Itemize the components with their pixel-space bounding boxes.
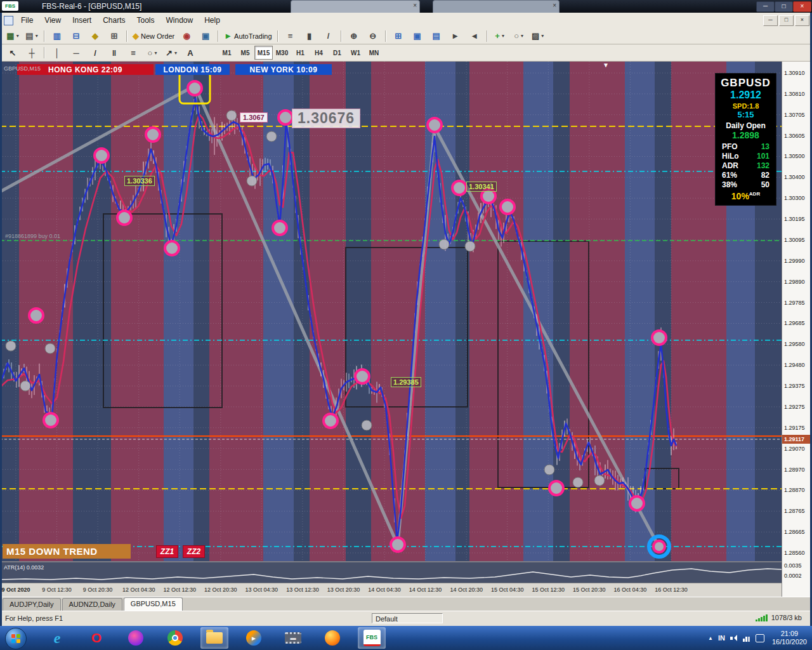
close-button[interactable]: × bbox=[793, 1, 811, 12]
cursor-button[interactable]: ↖ bbox=[3, 46, 22, 60]
new-chart-icon: ▦ bbox=[6, 32, 14, 40]
cascade-windows-button[interactable]: ▣ bbox=[408, 29, 427, 43]
child-close-button[interactable]: × bbox=[795, 15, 809, 26]
toolbar-line-studies: ↖┼│─/‖≡○▾↗▾A M1M5M15M30H1H4D1W1MN bbox=[0, 44, 812, 62]
taskbar-app-media-player[interactable]: ► bbox=[240, 627, 268, 649]
timeframe-m5[interactable]: M5 bbox=[236, 46, 254, 60]
taskbar-app-file-explorer[interactable]: ▦ bbox=[200, 627, 228, 649]
windows-flag-icon bbox=[11, 634, 20, 643]
price-axis-label: 1.29990 bbox=[784, 258, 805, 264]
taskbar-app-chrome[interactable]: ◉ bbox=[161, 627, 189, 649]
chart-candles-button[interactable]: ▮ bbox=[300, 29, 319, 43]
dropdown-caret-icon: ▾ bbox=[36, 33, 38, 39]
crosshair-button[interactable]: ┼ bbox=[22, 46, 41, 60]
maximize-button[interactable]: □ bbox=[775, 1, 793, 12]
market-watch-button[interactable]: ▥ bbox=[48, 29, 67, 43]
data-window-button[interactable]: ⊟ bbox=[67, 29, 86, 43]
chart-shift-button[interactable]: ◄ bbox=[465, 29, 484, 43]
zoom-in-button[interactable]: ⊕ bbox=[344, 29, 363, 43]
arrows-button[interactable]: ↗▾ bbox=[162, 46, 181, 60]
alerts-button[interactable]: ◉ bbox=[177, 29, 196, 43]
timeframe-w1[interactable]: W1 bbox=[346, 46, 365, 60]
menu-charts[interactable]: Charts bbox=[97, 13, 131, 28]
arrange-windows-button[interactable]: ▤ bbox=[427, 29, 446, 43]
tile-windows-icon: ⊞ bbox=[395, 32, 402, 40]
autotrading-button[interactable]: ►AutoTrading bbox=[221, 29, 274, 43]
tile-windows-button[interactable]: ⊞ bbox=[389, 29, 408, 43]
taskbar-app-internet-explorer[interactable]: e bbox=[43, 627, 71, 649]
zigzag1-button[interactable]: ZZ1 bbox=[156, 545, 178, 558]
timeframe-h4[interactable]: H4 bbox=[310, 46, 328, 60]
timeframe-d1[interactable]: D1 bbox=[328, 46, 346, 60]
timeframe-h1[interactable]: H1 bbox=[291, 46, 310, 60]
menu-view[interactable]: View bbox=[39, 13, 67, 28]
background-browser-tab[interactable]: × bbox=[433, 0, 560, 13]
periods-button[interactable]: ○▾ bbox=[509, 29, 528, 43]
channel-button[interactable]: ‖ bbox=[105, 46, 124, 60]
terminal-button[interactable]: ⊞ bbox=[105, 29, 124, 43]
swing-marker bbox=[501, 200, 514, 214]
menu-help[interactable]: Help bbox=[199, 13, 226, 28]
title-bar: FBS FBS-Real-6 - [GBPUSD,M15] × × ─ □ × bbox=[0, 0, 812, 13]
child-minimize-button[interactable]: ─ bbox=[763, 15, 778, 26]
price-axis-label: 1.30810 bbox=[784, 91, 805, 97]
profile-selector[interactable]: Default bbox=[372, 613, 443, 623]
menu-window[interactable]: Window bbox=[160, 13, 199, 28]
menu-insert[interactable]: Insert bbox=[67, 13, 97, 28]
chart-line-button[interactable]: / bbox=[319, 29, 338, 43]
autotrading-icon: ► bbox=[224, 32, 232, 40]
taskbar-app-opera[interactable]: O bbox=[82, 627, 110, 649]
templates-icon: ▨ bbox=[532, 32, 539, 40]
chart-area[interactable]: HONG KONG 22:09 LONDON 15:09 NEW YORK 10… bbox=[0, 62, 812, 597]
new-order-button[interactable]: ◆New Order bbox=[130, 29, 177, 43]
show-hidden-icons[interactable]: ▲ bbox=[708, 635, 713, 641]
horizontal-line-button[interactable]: ─ bbox=[67, 46, 86, 60]
connection-status: 1078/3 kb bbox=[756, 614, 802, 621]
navigator-button[interactable]: ◆ bbox=[86, 29, 105, 43]
fibonacci-button[interactable]: ≡ bbox=[124, 46, 143, 60]
menu-file[interactable]: File bbox=[15, 13, 39, 28]
shapes-button[interactable]: ○▾ bbox=[143, 46, 162, 60]
start-button[interactable] bbox=[5, 628, 27, 649]
firefox-icon: ◉ bbox=[325, 630, 340, 646]
new-chart-button[interactable]: ▦▾ bbox=[3, 29, 22, 43]
network-icon[interactable] bbox=[743, 635, 750, 642]
zigzag2-button[interactable]: ZZ2 bbox=[183, 545, 205, 558]
vertical-line-button[interactable]: │ bbox=[48, 46, 67, 60]
chart-tab-audjpy-daily[interactable]: AUDJPY,Daily bbox=[3, 598, 61, 611]
language-indicator[interactable]: IN bbox=[718, 634, 725, 642]
background-browser-tab[interactable]: × bbox=[291, 0, 420, 13]
data-window-icon: ⊟ bbox=[73, 32, 80, 40]
child-restore-button[interactable]: □ bbox=[779, 15, 794, 26]
taskbar-app-browser-swirl[interactable]: ◉ bbox=[122, 627, 150, 649]
dropdown-caret-icon: ▾ bbox=[502, 33, 504, 39]
timeframe-mn[interactable]: MN bbox=[365, 46, 383, 60]
tab-close-icon[interactable]: × bbox=[553, 2, 556, 9]
price-chart-canvas bbox=[0, 62, 782, 561]
timeframe-m15[interactable]: M15 bbox=[254, 46, 273, 60]
volume-icon[interactable] bbox=[730, 635, 738, 642]
chart-tab-gbpusd-m15[interactable]: GBPUSD,M15 bbox=[124, 597, 183, 611]
clock[interactable]: 21:09 16/10/2020 bbox=[772, 630, 807, 646]
trendline-button[interactable]: / bbox=[86, 46, 105, 60]
action-center-icon[interactable] bbox=[756, 634, 764, 642]
taskbar-app-video-editor[interactable]: ▬ bbox=[279, 627, 307, 649]
chart-bars-button[interactable]: ≡ bbox=[281, 29, 300, 43]
text-button[interactable]: A bbox=[181, 46, 200, 60]
taskbar-app-fbs-terminal[interactable]: FBS bbox=[358, 627, 386, 649]
tab-close-icon[interactable]: × bbox=[413, 2, 417, 9]
menu-tools[interactable]: Tools bbox=[131, 13, 160, 28]
timeframe-m1[interactable]: M1 bbox=[218, 46, 236, 60]
zoom-out-button[interactable]: ⊖ bbox=[363, 29, 383, 43]
minimize-button[interactable]: ─ bbox=[756, 1, 775, 12]
profiles-button[interactable]: ▤▾ bbox=[22, 29, 41, 43]
dot-marker bbox=[362, 420, 372, 430]
mail-button[interactable]: ▣ bbox=[196, 29, 215, 43]
indicators-button[interactable]: +▾ bbox=[490, 29, 509, 43]
auto-scroll-button[interactable]: ► bbox=[446, 29, 465, 43]
taskbar-app-firefox[interactable]: ◉ bbox=[318, 627, 346, 649]
price-axis[interactable]: 1.29117 0.0035 0.0002 1.309101.308101.30… bbox=[782, 62, 812, 597]
timeframe-m30[interactable]: M30 bbox=[273, 46, 291, 60]
templates-button[interactable]: ▨▾ bbox=[528, 29, 547, 43]
chart-tab-audnzd-daily[interactable]: AUDNZD,Daily bbox=[62, 598, 122, 611]
